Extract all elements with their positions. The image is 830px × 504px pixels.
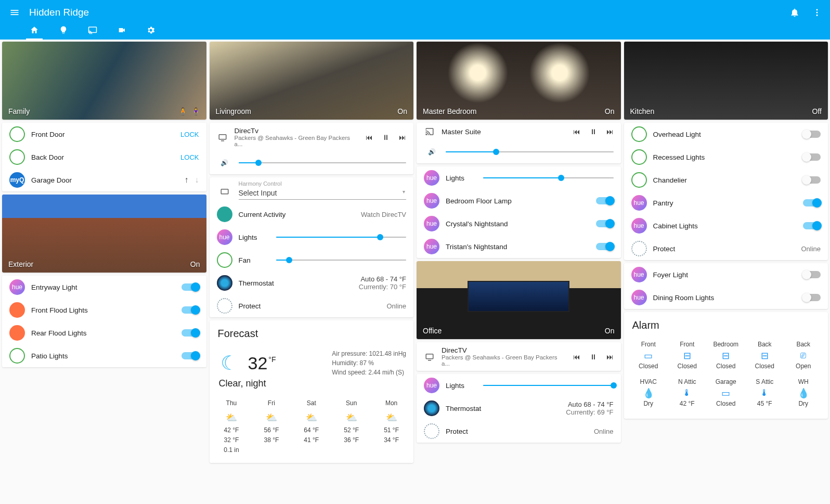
lr-fan-slider[interactable] — [276, 260, 407, 261]
protect-icon — [631, 241, 647, 256]
lr-protect-label: Protect — [239, 302, 381, 310]
myq-icon: myQ — [9, 172, 25, 188]
media-pause-button[interactable]: ⏸ — [590, 353, 597, 361]
activity-icon — [217, 206, 232, 222]
master-bedroom-state: On — [605, 107, 615, 115]
tv-icon — [424, 352, 435, 361]
toggle-switch[interactable] — [803, 153, 821, 161]
family-room-header[interactable]: Family 🧍 🧍‍♀️ — [2, 42, 206, 120]
lr-thermostat-value: Auto 68 - 74 °F Currently: 70 °F — [359, 275, 406, 291]
kitchen-state: Off — [812, 107, 822, 115]
forecast-hum: Humidity: 87 % — [332, 358, 406, 368]
garage-down-button[interactable]: ↓ — [195, 175, 199, 185]
office-name: Office — [423, 327, 442, 335]
forecast-day: Thu⛅42 °F32 °F0.1 in — [212, 398, 252, 456]
weather-moon-icon: ☾ — [217, 351, 242, 376]
thermostat-icon — [424, 400, 439, 416]
toggle-switch[interactable] — [181, 283, 199, 291]
alarm-sensor[interactable]: Back⎚Open — [784, 337, 823, 374]
toggle-switch[interactable] — [803, 131, 821, 138]
overflow-menu-icon[interactable] — [812, 8, 822, 17]
media-next-button[interactable]: ⏭ — [606, 353, 614, 361]
front-door-label: Front Door — [31, 131, 174, 138]
office-header[interactable]: Office On — [417, 261, 621, 339]
media-prev-button[interactable]: ⏮ — [573, 353, 580, 361]
toggle-switch[interactable] — [181, 306, 199, 314]
forecast-day: Sat⛅64 °F41 °F — [291, 398, 331, 456]
front-door-lock-button[interactable]: LOCK — [180, 131, 199, 138]
alarm-sensor[interactable]: HVAC💧Dry — [629, 374, 668, 411]
forecast-wind: Wind speed: 2.44 mi/h (S) — [332, 368, 406, 377]
alarm-title: Alarm — [624, 312, 828, 333]
tab-lights-icon[interactable] — [58, 25, 69, 35]
office-lights-slider[interactable] — [483, 385, 614, 386]
hue-icon: hue — [631, 195, 647, 211]
entity-label: Chandelier — [653, 176, 797, 184]
livingroom-volume-slider[interactable] — [239, 162, 407, 163]
ring-icon — [9, 348, 25, 364]
tab-cast-icon[interactable] — [87, 25, 98, 35]
alarm-sensor[interactable]: WH💧Dry — [784, 374, 823, 411]
alarm-sensor[interactable]: Front⊟Closed — [668, 337, 707, 374]
alarm-sensor[interactable]: Bedroom⊟Closed — [707, 337, 746, 374]
toggle-switch[interactable] — [181, 329, 199, 337]
alarm-sensor[interactable]: Garage▭Closed — [707, 374, 746, 411]
harmony-input-select[interactable]: Select Input — [239, 187, 407, 200]
entity-label: Cabinet Lights — [653, 222, 797, 230]
garage-up-button[interactable]: ↑ — [185, 175, 189, 185]
garage-door-label: Garage Door — [31, 176, 178, 184]
master-media-title: Master Suite — [442, 128, 567, 136]
brightness-slider[interactable] — [483, 177, 614, 178]
entity-label: Patio Lights — [31, 352, 175, 360]
hue-icon: hue — [9, 279, 25, 295]
hue-icon: hue — [424, 378, 439, 393]
tab-home-icon[interactable] — [29, 25, 40, 35]
forecast-day: Fri⛅56 °F38 °F — [251, 398, 291, 456]
entity-label: Rear Flood Lights — [31, 329, 175, 337]
notifications-icon[interactable] — [789, 7, 800, 18]
entity-label: Tristan's Nightstand — [446, 243, 590, 251]
toggle-switch[interactable] — [596, 197, 614, 204]
toggle-switch[interactable] — [181, 352, 199, 359]
master-volume-slider[interactable] — [446, 151, 614, 152]
media-next-button[interactable]: ⏭ — [606, 127, 614, 136]
livingroom-header[interactable]: Livingroom On — [210, 42, 414, 120]
hue-icon: hue — [424, 216, 439, 231]
entity-label: Dining Room Lights — [653, 294, 797, 302]
tab-settings-icon[interactable] — [146, 25, 156, 35]
toggle-switch[interactable] — [596, 220, 614, 227]
office-thermostat-label: Thermostat — [446, 405, 560, 412]
media-prev-button[interactable]: ⏮ — [573, 127, 580, 136]
toggle-switch[interactable] — [803, 294, 821, 301]
back-door-lock-button[interactable]: LOCK — [180, 153, 199, 161]
entity-label: Protect — [653, 245, 795, 253]
alarm-sensor[interactable]: Front▭Closed — [629, 337, 668, 374]
svg-point-1 — [816, 12, 818, 14]
master-bedroom-name: Master Bedroom — [423, 107, 476, 115]
toggle-switch[interactable] — [803, 271, 821, 278]
tab-camera-icon[interactable] — [116, 25, 127, 35]
alarm-sensor[interactable]: N Attic🌡42 °F — [668, 374, 707, 411]
lr-fan-label: Fan — [239, 256, 270, 264]
media-next-button[interactable]: ⏭ — [399, 133, 406, 141]
lr-lights-slider[interactable] — [276, 237, 407, 238]
media-pause-button[interactable]: ⏸ — [382, 133, 390, 141]
toggle-switch[interactable] — [803, 199, 821, 206]
hamburger-menu-button[interactable] — [8, 6, 21, 19]
svg-point-2 — [816, 15, 818, 16]
kitchen-header[interactable]: Kitchen Off — [624, 42, 828, 120]
toggle-switch[interactable] — [803, 222, 821, 229]
current-activity-label: Current Activity — [239, 211, 355, 218]
master-bedroom-header[interactable]: Master Bedroom On — [417, 42, 621, 120]
media-prev-button[interactable]: ⏮ — [366, 133, 373, 141]
alarm-sensor[interactable]: Back⊟Closed — [745, 337, 784, 374]
toggle-switch[interactable] — [596, 243, 614, 250]
volume-icon: 🔊 — [424, 144, 439, 160]
toggle-switch[interactable] — [803, 176, 821, 184]
entity-label: Entryway Light — [31, 283, 175, 291]
exterior-room-header[interactable]: Exterior On — [2, 195, 206, 273]
hue-icon: hue — [631, 267, 647, 282]
alarm-sensor[interactable]: S Attic🌡45 °F — [745, 374, 784, 411]
media-pause-button[interactable]: ⏸ — [590, 127, 597, 136]
hue-icon: hue — [217, 229, 232, 245]
